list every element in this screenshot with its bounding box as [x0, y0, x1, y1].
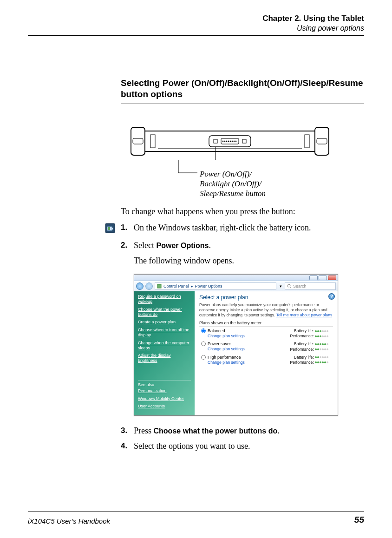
main-description: Power plans can help you maximize your c…: [199, 302, 333, 318]
callout-line-3: Sleep/Resume button: [200, 189, 364, 198]
step-4-text: Select the options you want to use.: [134, 441, 364, 451]
step-number-4: 4.: [121, 441, 134, 451]
page-number: 55: [354, 515, 364, 525]
see-also-link[interactable]: Windows Mobility Center: [138, 396, 191, 401]
power-plan-row: Power saverChange plan settingsBattery l…: [199, 341, 333, 352]
svg-point-12: [226, 141, 227, 142]
sidebar-task-link[interactable]: Choose what the power buttons do: [138, 307, 191, 317]
step-2-text-a: Select: [134, 241, 156, 250]
window-maximize-button[interactable]: [319, 276, 327, 280]
sidebar-task-link[interactable]: Adjust the display brightness: [138, 353, 191, 363]
change-plan-settings-link[interactable]: Change plan settings: [208, 334, 245, 338]
performance-label: Performance:: [290, 334, 314, 338]
step-3-text-b: Choose what the power buttons do: [154, 427, 278, 435]
svg-point-15: [232, 141, 233, 142]
window-close-button[interactable]: [328, 276, 336, 280]
change-plan-settings-link[interactable]: Change plan settings: [208, 347, 245, 351]
breadcrumb[interactable]: Control Panel ▸ Power Options: [155, 282, 276, 290]
section-heading: Selecting Power (On/Off)/Backlight(On/Of…: [121, 78, 364, 100]
step-2-text: Select Power Options.: [134, 241, 364, 250]
plans-header: Plans shown on the battery meter: [199, 321, 333, 327]
power-plan-row: BalancedChange plan settingsBattery life…: [199, 328, 333, 339]
svg-point-16: [234, 141, 235, 142]
performance-label: Performance:: [290, 347, 314, 352]
battery-life-label: Battery life:: [294, 341, 314, 346]
step-number-2: 2.: [121, 241, 134, 250]
svg-rect-4: [317, 138, 327, 144]
subsection-title: Using power options: [28, 24, 364, 33]
intro-text: To change what happens when you press th…: [121, 207, 364, 217]
svg-point-17: [235, 141, 236, 142]
tell-me-more-link[interactable]: Tell me more about power plans: [276, 313, 332, 317]
battery-life-label: Battery life:: [294, 328, 314, 333]
step-3-text-a: Press: [134, 426, 154, 435]
svg-rect-26: [108, 227, 110, 230]
chapter-title: Chapter 2. Using the Tablet: [28, 14, 364, 23]
step-2-text-c: .: [209, 241, 211, 250]
svg-point-13: [228, 141, 229, 142]
tasks-sidebar: Require a password on wakeupChoose what …: [134, 291, 195, 415]
control-panel-icon: [157, 284, 162, 289]
window-titlebar: [134, 275, 338, 281]
svg-rect-19: [242, 139, 246, 143]
tablet-top-view-diagram: [130, 123, 364, 160]
see-also-link[interactable]: Personalization: [138, 388, 191, 394]
step-2-text-b: Power Options: [156, 242, 209, 249]
nav-forward-button[interactable]: [145, 282, 153, 290]
see-also-link[interactable]: User Accounts: [138, 404, 191, 409]
see-also-heading: See also: [138, 380, 191, 387]
plan-name: Power saver: [208, 341, 231, 346]
search-input[interactable]: Search: [285, 282, 336, 290]
svg-rect-5: [150, 135, 155, 148]
svg-rect-25: [112, 228, 113, 230]
step-2-sub: The following window opens.: [134, 256, 364, 266]
svg-rect-3: [133, 138, 143, 144]
plan-name: Balanced: [208, 328, 225, 333]
chevron-right-icon: ▸: [191, 284, 193, 289]
svg-line-29: [290, 287, 291, 288]
change-plan-settings-link[interactable]: Change plan settings: [208, 360, 245, 365]
step-number-1: 1.: [121, 223, 134, 235]
svg-rect-6: [305, 135, 309, 148]
power-options-screenshot: Control Panel ▸ Power Options ▾ Search R…: [134, 274, 338, 416]
power-plan-row: High performanceChange plan settingsBatt…: [199, 355, 333, 365]
step-number-3: 3.: [121, 426, 134, 436]
svg-point-14: [230, 141, 231, 142]
breadcrumb-power-options: Power Options: [195, 284, 222, 289]
sidebar-task-link[interactable]: Create a power plan: [138, 320, 191, 325]
breadcrumb-control-panel: Control Panel: [163, 284, 189, 289]
plan-radio[interactable]: [201, 328, 206, 333]
plan-name: High performance: [208, 355, 241, 360]
search-icon: [287, 284, 292, 289]
plan-radio[interactable]: [201, 341, 206, 346]
svg-point-10: [222, 141, 223, 142]
main-title: Select a power plan: [199, 294, 333, 301]
sidebar-task-link[interactable]: Choose when to turn off the display: [138, 328, 191, 338]
plan-radio[interactable]: [201, 355, 206, 360]
sidebar-task-link[interactable]: Change when the computer sleeps: [138, 341, 191, 351]
step-3-text: Press Choose what the power buttons do.: [134, 426, 364, 436]
battery-tray-icon: [105, 223, 115, 233]
sidebar-task-link[interactable]: Require a password on wakeup: [138, 294, 191, 304]
nav-back-button[interactable]: [136, 282, 144, 290]
search-placeholder: Search: [293, 284, 307, 289]
svg-rect-27: [157, 284, 161, 288]
performance-label: Performance:: [290, 360, 314, 365]
svg-point-11: [224, 141, 225, 142]
footer-handbook-title: iX104C5 User’s Handbook: [28, 517, 110, 525]
svg-rect-18: [214, 139, 217, 143]
callout-line-2: Backlight (On/Off)/: [200, 179, 364, 189]
step-3-text-c: .: [277, 426, 280, 435]
help-icon[interactable]: ?: [328, 293, 335, 300]
window-minimize-button[interactable]: [309, 276, 318, 280]
battery-life-label: Battery life:: [294, 355, 314, 360]
step-1-text: On the Windows taskbar, right-click the …: [134, 223, 364, 235]
